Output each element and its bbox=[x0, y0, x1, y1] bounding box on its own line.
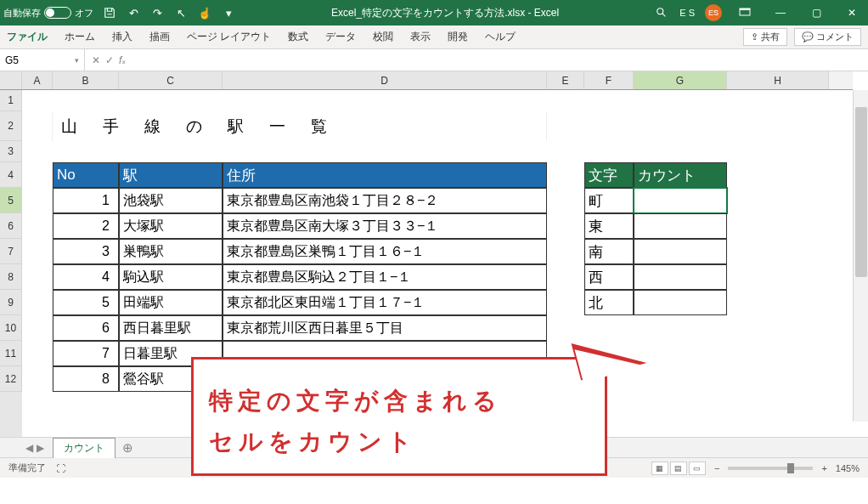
table-cell[interactable]: 巣鴨駅 bbox=[119, 239, 223, 264]
zoom-out-icon[interactable]: − bbox=[714, 463, 719, 473]
tab-formula[interactable]: 数式 bbox=[288, 30, 308, 44]
tab-nav-next-icon[interactable]: ▶ bbox=[37, 442, 44, 454]
tab-dev[interactable]: 開発 bbox=[448, 30, 468, 44]
table-cell[interactable]: 東 bbox=[584, 213, 634, 239]
cancel-icon[interactable]: ✕ bbox=[92, 54, 100, 66]
accessibility-icon[interactable]: ⛶ bbox=[56, 463, 65, 473]
share-button[interactable]: ⇪ 共有 bbox=[743, 28, 787, 46]
chevron-down-icon[interactable]: ▾ bbox=[75, 56, 79, 65]
row-header-10[interactable]: 10 bbox=[0, 315, 22, 341]
row-header-2[interactable]: 2 bbox=[0, 111, 22, 141]
avatar[interactable]: ES bbox=[705, 4, 722, 21]
view-normal-icon[interactable]: ▦ bbox=[651, 462, 668, 475]
table-cell[interactable] bbox=[634, 264, 727, 290]
table-cell[interactable]: 5 bbox=[53, 290, 119, 315]
selected-cell-G5[interactable] bbox=[634, 188, 727, 213]
comment-button[interactable]: 💬 コメント bbox=[794, 28, 861, 46]
table-cell[interactable]: 西日暮里駅 bbox=[119, 315, 223, 341]
sheet-title[interactable]: 山手線の駅一覧 bbox=[53, 111, 547, 141]
fx-icon[interactable]: fₓ bbox=[119, 54, 126, 66]
table-cell[interactable]: 7 bbox=[53, 341, 119, 366]
table-cell[interactable]: 東京都豊島区駒込２丁目１−１ bbox=[223, 264, 547, 290]
view-page-icon[interactable]: ▤ bbox=[670, 462, 687, 475]
col-header-F[interactable]: F bbox=[584, 71, 634, 89]
maximize-icon[interactable]: ▢ bbox=[803, 3, 829, 23]
zoom-slider[interactable] bbox=[728, 467, 813, 470]
row-header-4[interactable]: 4 bbox=[0, 162, 22, 188]
table-cell[interactable]: 南 bbox=[584, 239, 634, 264]
table-cell[interactable]: 2 bbox=[53, 213, 119, 239]
main-header-station[interactable]: 駅 bbox=[119, 162, 223, 188]
select-all-corner[interactable] bbox=[0, 71, 22, 89]
table-cell[interactable]: 駒込駅 bbox=[119, 264, 223, 290]
table-cell[interactable]: 池袋駅 bbox=[119, 188, 223, 213]
table-cell[interactable]: 1 bbox=[53, 188, 119, 213]
row-header-3[interactable]: 3 bbox=[0, 141, 22, 162]
new-sheet-button[interactable]: ⊕ bbox=[116, 440, 140, 456]
table-cell[interactable]: 4 bbox=[53, 264, 119, 290]
row-header-9[interactable]: 9 bbox=[0, 290, 22, 315]
table-cell[interactable]: 東京都豊島区南池袋１丁目２８−２ bbox=[223, 188, 547, 213]
table-cell[interactable]: 北 bbox=[584, 290, 634, 315]
tab-view[interactable]: 表示 bbox=[410, 30, 431, 44]
table-cell[interactable]: 6 bbox=[53, 315, 119, 341]
col-header-H[interactable]: H bbox=[727, 71, 829, 89]
row-header-6[interactable]: 6 bbox=[0, 213, 22, 239]
tab-layout[interactable]: ページ レイアウト bbox=[187, 30, 271, 44]
row-header-1[interactable]: 1 bbox=[0, 90, 22, 111]
tab-data[interactable]: データ bbox=[325, 30, 356, 44]
table-cell[interactable] bbox=[634, 239, 727, 264]
side-header-count[interactable]: カウント bbox=[634, 162, 727, 188]
table-cell[interactable]: 3 bbox=[53, 239, 119, 264]
search-icon[interactable] bbox=[654, 5, 669, 20]
row-header-5[interactable]: 5 bbox=[0, 188, 22, 213]
table-cell[interactable]: 大塚駅 bbox=[119, 213, 223, 239]
table-cell[interactable]: 東京都荒川区西日暮里５丁目 bbox=[223, 315, 547, 341]
sheet-tab-active[interactable]: カウント bbox=[53, 438, 116, 458]
col-header-E[interactable]: E bbox=[547, 71, 584, 89]
col-header-A[interactable]: A bbox=[22, 71, 53, 89]
table-cell[interactable]: 西 bbox=[584, 264, 634, 290]
zoom-level[interactable]: 145% bbox=[836, 463, 860, 473]
name-box[interactable]: G5 ▾ bbox=[0, 49, 85, 71]
pointer-icon[interactable]: ↖ bbox=[173, 5, 189, 20]
redo-icon[interactable]: ↷ bbox=[149, 5, 165, 20]
autosave-toggle[interactable]: 自動保存 オフ bbox=[3, 7, 93, 20]
ribbon-options-icon[interactable] bbox=[732, 3, 758, 23]
col-header-G[interactable]: G bbox=[634, 71, 727, 89]
toggle-switch[interactable] bbox=[44, 7, 71, 19]
vertical-scrollbar[interactable] bbox=[853, 90, 868, 422]
table-cell[interactable]: 東京都豊島区南大塚３丁目３３−１ bbox=[223, 213, 547, 239]
enter-icon[interactable]: ✓ bbox=[105, 54, 114, 66]
tab-file[interactable]: ファイル bbox=[7, 30, 48, 44]
minimize-icon[interactable]: — bbox=[768, 3, 793, 23]
row-header-8[interactable]: 8 bbox=[0, 264, 22, 290]
tab-help[interactable]: ヘルプ bbox=[485, 30, 516, 44]
table-cell[interactable]: 8 bbox=[53, 366, 119, 392]
table-cell[interactable]: 田端駅 bbox=[119, 290, 223, 315]
touch-icon[interactable]: ☝ bbox=[197, 5, 212, 20]
row-header-7[interactable]: 7 bbox=[0, 239, 22, 264]
table-cell[interactable]: 東京都北区東田端１丁目１７−１ bbox=[223, 290, 547, 315]
main-header-address[interactable]: 住所 bbox=[223, 162, 547, 188]
side-header-char[interactable]: 文字 bbox=[584, 162, 634, 188]
main-header-no[interactable]: No bbox=[53, 162, 119, 188]
table-cell[interactable] bbox=[634, 213, 727, 239]
col-header-B[interactable]: B bbox=[53, 71, 119, 89]
col-header-C[interactable]: C bbox=[119, 71, 223, 89]
scroll-thumb[interactable] bbox=[855, 107, 867, 277]
tab-draw[interactable]: 描画 bbox=[149, 30, 170, 44]
zoom-in-icon[interactable]: + bbox=[821, 463, 826, 473]
row-header-12[interactable]: 12 bbox=[0, 366, 22, 392]
save-icon[interactable] bbox=[102, 5, 117, 20]
close-icon[interactable]: ✕ bbox=[839, 3, 865, 23]
table-cell[interactable]: 東京都豊島区巣鴨１丁目１６−１ bbox=[223, 239, 547, 264]
tab-home[interactable]: ホーム bbox=[65, 30, 95, 44]
table-cell[interactable]: 町 bbox=[584, 188, 634, 213]
tab-review[interactable]: 校閲 bbox=[373, 30, 393, 44]
row-header-11[interactable]: 11 bbox=[0, 341, 22, 366]
view-break-icon[interactable]: ▭ bbox=[689, 462, 706, 475]
col-header-D[interactable]: D bbox=[223, 71, 547, 89]
qat-more-icon[interactable]: ▾ bbox=[221, 5, 236, 20]
undo-icon[interactable]: ↶ bbox=[126, 5, 141, 20]
